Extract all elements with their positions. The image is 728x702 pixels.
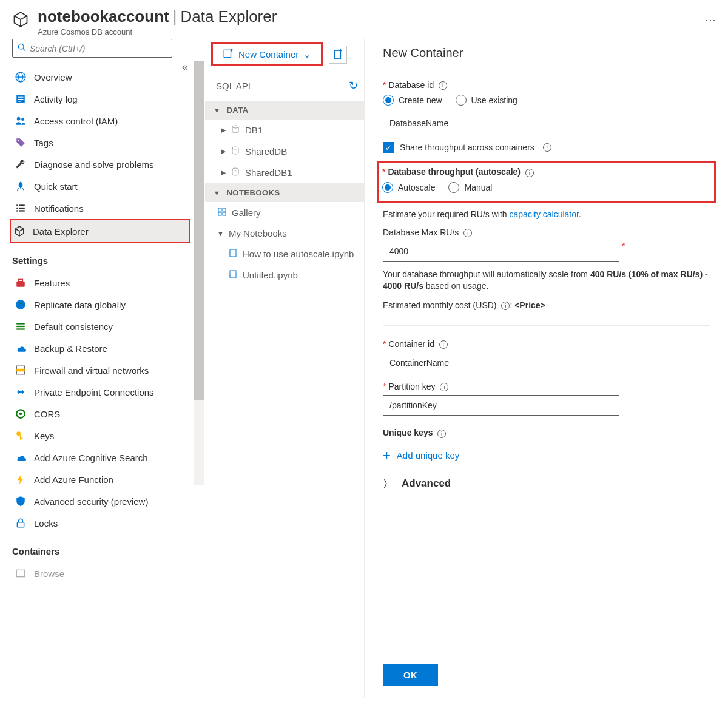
tree-notebook-autoscale[interactable]: How to use autoscale.ipynb	[205, 243, 364, 265]
svg-point-27	[19, 413, 22, 416]
info-icon[interactable]: i	[439, 81, 447, 90]
svg-rect-29	[20, 435, 21, 440]
more-menu-icon[interactable]: ⋯	[705, 13, 716, 27]
caret-right-icon: ▶	[221, 126, 226, 134]
nav-access-control[interactable]: Access control (IAM)	[12, 110, 190, 132]
svg-rect-45	[223, 212, 226, 215]
nav-advanced-security[interactable]: Advanced security (preview)	[12, 490, 190, 512]
container-id-label: *Container id i	[383, 339, 710, 349]
tree-my-notebooks[interactable]: ▼My Notebooks	[205, 223, 364, 243]
nav-backup[interactable]: Backup & Restore	[12, 337, 190, 359]
svg-rect-44	[218, 212, 221, 215]
svg-rect-7	[18, 99, 24, 100]
new-notebook-button[interactable]	[329, 46, 347, 64]
scrollbar-thumb[interactable]	[194, 61, 204, 400]
radio-manual[interactable]: Manual	[448, 182, 492, 193]
new-container-button[interactable]: New Container ⌄	[211, 42, 323, 66]
nav-private-endpoint[interactable]: Private Endpoint Connections	[12, 381, 190, 403]
tree-shareddb1[interactable]: ▶SharedDB1	[205, 162, 364, 183]
nav-firewall[interactable]: Firewall and virtual networks	[12, 359, 190, 381]
svg-rect-30	[21, 437, 22, 439]
tree-shareddb[interactable]: ▶SharedDB	[205, 141, 364, 162]
database-icon	[231, 167, 240, 178]
firewall-icon	[15, 364, 27, 376]
info-icon[interactable]: i	[437, 430, 446, 438]
search-input[interactable]	[12, 39, 172, 58]
nav-diagnose[interactable]: Diagnose and solve problems	[12, 154, 190, 175]
nav-activity-log[interactable]: Activity log	[12, 88, 190, 110]
tree-notebook-untitled[interactable]: Untitled.ipynb	[205, 265, 364, 286]
collapse-icon[interactable]: «	[182, 61, 188, 73]
svg-rect-22	[16, 326, 25, 327]
nav-overview[interactable]: Overview	[12, 66, 190, 88]
radio-use-existing[interactable]: Use existing	[456, 95, 517, 106]
partition-key-input[interactable]	[383, 395, 619, 416]
ok-button[interactable]: OK	[383, 664, 438, 686]
tree-db1[interactable]: ▶DB1	[205, 120, 364, 141]
data-tree-panel: New Container ⌄ SQL API ↻ ▼DATA ▶DB1 ▶Sh…	[194, 39, 364, 698]
svg-rect-36	[334, 50, 340, 59]
svg-rect-19	[19, 279, 23, 281]
svg-rect-6	[18, 97, 24, 98]
search-icon	[18, 43, 26, 53]
caret-down-icon: ▼	[217, 230, 224, 237]
max-ru-input[interactable]	[383, 241, 619, 262]
svg-point-10	[21, 118, 24, 121]
radio-create-new[interactable]: Create new	[383, 95, 442, 106]
advanced-toggle[interactable]: 〉Advanced	[383, 477, 710, 491]
svg-point-9	[17, 117, 21, 121]
svg-point-11	[18, 140, 19, 141]
gallery-icon	[217, 207, 227, 218]
nav-cognitive-search[interactable]: Add Azure Cognitive Search	[12, 447, 190, 468]
nav-browse[interactable]: Browse	[12, 562, 190, 584]
info-icon[interactable]: i	[440, 383, 448, 391]
nav-keys[interactable]: Keys	[12, 425, 190, 447]
caret-right-icon: ▶	[221, 147, 226, 155]
radio-autoscale[interactable]: Autoscale	[382, 182, 435, 193]
database-name-input[interactable]	[383, 113, 619, 133]
add-unique-key-button[interactable]: +Add unique key	[383, 449, 710, 462]
new-container-icon	[223, 48, 234, 61]
refresh-icon[interactable]: ↻	[349, 79, 358, 92]
info-icon[interactable]: i	[439, 340, 448, 349]
throughput-section: *Database throughput (autoscale) i Autos…	[377, 161, 716, 203]
info-icon[interactable]: i	[501, 302, 510, 310]
containers-header: Containers	[12, 546, 190, 556]
svg-rect-46	[230, 249, 236, 257]
nav-tags[interactable]: Tags	[12, 132, 190, 154]
tree-section-data[interactable]: ▼DATA	[205, 101, 364, 120]
svg-rect-32	[16, 570, 25, 576]
cosmos-db-icon	[12, 11, 29, 28]
tree-gallery[interactable]: Gallery	[205, 202, 364, 223]
nav-azure-function[interactable]: Add Azure Function	[12, 468, 190, 490]
container-name-input[interactable]	[383, 353, 619, 373]
nav-locks[interactable]: Locks	[12, 512, 190, 534]
nav-notifications[interactable]: Notifications	[12, 197, 190, 219]
tree-section-notebooks[interactable]: ▼NOTEBOOKS	[205, 183, 364, 202]
caret-down-icon: ▼	[214, 189, 220, 197]
nav-features[interactable]: Features	[12, 272, 190, 294]
svg-rect-21	[16, 323, 25, 324]
page-header: notebookaccount|Data Explorer Azure Cosm…	[0, 0, 728, 39]
cors-icon	[15, 408, 27, 420]
lightning-icon	[15, 473, 27, 485]
svg-point-0	[18, 44, 24, 49]
info-icon[interactable]: i	[543, 143, 551, 152]
world-icon	[15, 299, 27, 311]
svg-rect-18	[16, 282, 25, 287]
cube-outline-icon	[13, 225, 25, 237]
info-icon[interactable]: i	[525, 169, 534, 177]
partition-key-label: *Partition key i	[383, 382, 710, 391]
nav-data-explorer[interactable]: Data Explorer	[10, 219, 190, 243]
nav-quick-start[interactable]: Quick start	[12, 175, 190, 197]
info-icon[interactable]: i	[463, 229, 472, 237]
chevron-right-icon: 〉	[383, 477, 393, 491]
nav-replicate[interactable]: Replicate data globally	[12, 294, 190, 316]
svg-rect-15	[19, 208, 25, 209]
nav-consistency[interactable]: Default consistency	[12, 316, 190, 337]
share-throughput-checkbox[interactable]: ✓	[383, 142, 394, 153]
wrench-icon	[15, 158, 27, 170]
capacity-calculator-link[interactable]: capacity calculator	[510, 209, 579, 219]
nav-cors[interactable]: CORS	[12, 403, 190, 425]
key-icon	[15, 430, 27, 442]
